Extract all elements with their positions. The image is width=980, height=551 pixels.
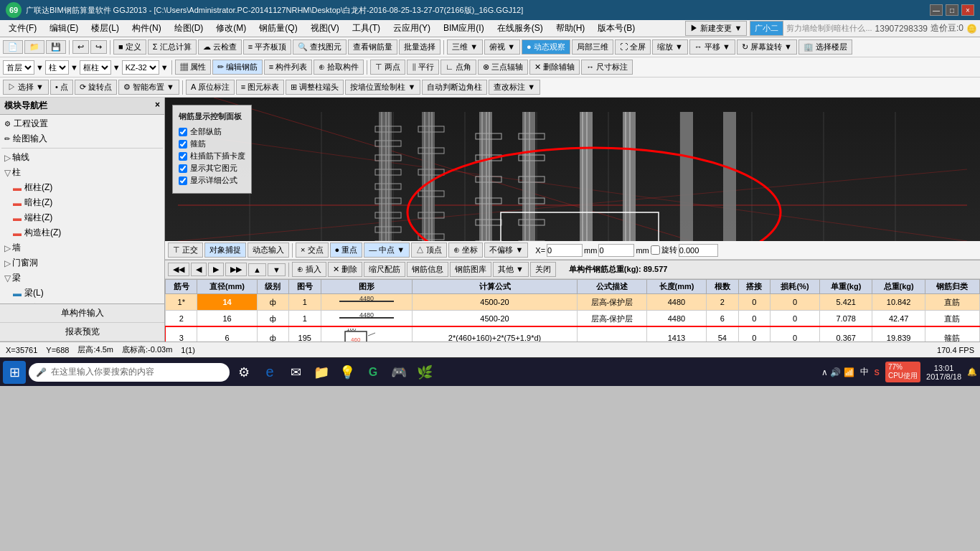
- new-change-button[interactable]: ▶ 新建变更 ▼: [685, 21, 747, 36]
- element-list-btn[interactable]: ≡ 构件列表: [264, 60, 312, 75]
- table-row[interactable]: 2 16 ф 1 4480 4500-20 层高-保护层 4480 6 0 0 …: [166, 311, 980, 327]
- sidebar-item-kz[interactable]: ▬ 框柱(Z): [1, 180, 163, 195]
- point-place-btn[interactable]: • 点: [50, 80, 73, 95]
- menu-version[interactable]: 版本号(B): [592, 21, 641, 36]
- edit-rebar-btn[interactable]: ✏ 编辑钢筋: [212, 60, 263, 75]
- midpoint-btn[interactable]: — 中点 ▼: [364, 242, 410, 258]
- table-row[interactable]: 1* 14 ф 1 4480 4500-20 层高-保护层 4480 2 0 0…: [166, 294, 980, 311]
- taskbar-icon-apps[interactable]: 💡: [336, 361, 359, 384]
- sum-btn[interactable]: Σ 汇总计算: [148, 39, 197, 55]
- element-type-select[interactable]: 柱: [45, 60, 69, 75]
- rebar-lib-btn[interactable]: 钢筋图库: [450, 262, 491, 277]
- snap-btn[interactable]: 对象捕捉: [204, 242, 246, 258]
- cp-item-stirrup[interactable]: 箍筋: [179, 138, 245, 149]
- taskbar-icon-settings[interactable]: ⚙: [232, 361, 255, 384]
- delete-btn[interactable]: ✕ 删除: [328, 262, 362, 277]
- cb-detail[interactable]: [179, 176, 187, 185]
- menu-modify[interactable]: 修改(M): [210, 21, 252, 36]
- parallel-btn[interactable]: ∥ 平行: [407, 60, 439, 75]
- element-table-btn[interactable]: ≡ 图元标表: [236, 80, 284, 95]
- batch-btn[interactable]: 批量选择: [399, 39, 440, 55]
- other-btn[interactable]: 其他 ▼: [493, 262, 529, 277]
- undo-btn[interactable]: ↩: [72, 40, 89, 54]
- cross-btn[interactable]: × 交点: [296, 242, 328, 258]
- vertex-btn[interactable]: △ 顶点: [411, 242, 447, 258]
- element-id-select[interactable]: KZ-32: [122, 60, 159, 75]
- start-button[interactable]: ⊞: [3, 361, 26, 384]
- top-btn[interactable]: 俯视 ▼: [484, 39, 520, 55]
- view-rebar-btn[interactable]: 查看钢筋量: [348, 39, 397, 55]
- new-btn[interactable]: 📄: [3, 40, 23, 54]
- menu-help[interactable]: 帮助(H): [550, 21, 591, 36]
- taskbar-icon-g[interactable]: G: [362, 361, 385, 384]
- menu-view[interactable]: 视图(V): [305, 21, 345, 36]
- floor-select[interactable]: 首层: [3, 60, 34, 75]
- nav-first-btn[interactable]: ◀◀: [168, 263, 189, 276]
- minimize-button[interactable]: —: [930, 4, 943, 16]
- menu-file[interactable]: 文件(F): [3, 21, 42, 36]
- rotate-input[interactable]: [679, 244, 718, 257]
- taskbar-icon-explorer[interactable]: 📁: [310, 361, 333, 384]
- cb-insert[interactable]: [179, 152, 187, 161]
- insert-btn[interactable]: ⊕ 插入: [292, 262, 326, 277]
- menu-online[interactable]: 在线服务(S): [491, 21, 549, 36]
- partial3d-btn[interactable]: 局部三维: [572, 39, 613, 55]
- window-controls[interactable]: — □ ×: [930, 4, 974, 16]
- sidebar-item-draw-input[interactable]: ✏ 绘图输入: [1, 131, 163, 146]
- menu-element[interactable]: 构件(N): [126, 21, 167, 36]
- rotate-place-btn[interactable]: ⟳ 旋转点: [75, 80, 117, 95]
- menu-cloud[interactable]: 云应用(Y): [387, 21, 436, 36]
- save-btn[interactable]: 💾: [46, 40, 66, 54]
- nav-prev-btn[interactable]: ◀: [191, 263, 207, 276]
- x-input[interactable]: [547, 244, 583, 257]
- ortho-btn[interactable]: ⊤ 正交: [168, 242, 203, 258]
- sidebar-item-l[interactable]: ▬ 梁(L): [1, 286, 163, 301]
- sidebar-close[interactable]: ×: [155, 100, 160, 112]
- nooffset-btn[interactable]: 不偏移 ▼: [484, 242, 528, 258]
- sidebar-item-axis[interactable]: ▷ 轴线: [1, 150, 163, 165]
- zoom-btn[interactable]: 缩放 ▼: [652, 39, 688, 55]
- sidebar-item-dz[interactable]: ▬ 端柱(Z): [1, 210, 163, 225]
- smart-place-btn[interactable]: ⚙ 智能布置 ▼: [118, 80, 179, 95]
- y-input[interactable]: [598, 244, 634, 257]
- sidebar-item-wall[interactable]: ▷ 墙: [1, 240, 163, 255]
- 3d-btn[interactable]: 三维 ▼: [447, 39, 483, 55]
- three-point-btn[interactable]: ⊗ 三点辐轴: [478, 60, 528, 75]
- menu-bim[interactable]: BIM应用(I): [438, 21, 490, 36]
- find-btn[interactable]: 🔍 查找图元: [293, 39, 347, 55]
- logo-button[interactable]: 广小二: [750, 21, 783, 36]
- menu-floor[interactable]: 楼层(L): [85, 21, 125, 36]
- menu-draw[interactable]: 绘图(D): [169, 21, 209, 36]
- open-btn[interactable]: 📁: [24, 40, 44, 54]
- sidebar-item-beam[interactable]: ▽ 梁: [1, 270, 163, 286]
- auto-corner-btn[interactable]: 自动判断边角柱: [422, 80, 487, 95]
- cb-all-rebar[interactable]: [179, 128, 187, 136]
- cp-item-all[interactable]: 全部纵筋: [179, 126, 245, 137]
- taskbar-icon-ie[interactable]: e: [258, 361, 281, 384]
- taskbar-notification[interactable]: 🔔: [967, 367, 977, 377]
- taskbar-icon-game[interactable]: 🎮: [387, 361, 410, 384]
- taskbar-search[interactable]: 🎤 在这里输入你要搜索的内容: [29, 363, 230, 382]
- select-btn[interactable]: ▷ 选择 ▼: [3, 80, 49, 95]
- pan-btn[interactable]: ↔ 平移 ▼: [689, 39, 735, 55]
- floor-select-btn[interactable]: 🏢 选择楼层: [798, 39, 852, 55]
- taskbar-icon-mail[interactable]: ✉: [284, 361, 307, 384]
- property-btn[interactable]: ▦ 属性: [175, 60, 211, 75]
- nav-down-btn[interactable]: ▼: [268, 263, 286, 276]
- menu-tools[interactable]: 工具(T): [347, 21, 386, 36]
- define-btn[interactable]: ■ 定义: [113, 39, 146, 55]
- nav-next-btn[interactable]: ▶: [208, 263, 224, 276]
- inplace-label-btn[interactable]: A 原位标注: [186, 80, 235, 95]
- nav-up-btn[interactable]: ▲: [248, 263, 266, 276]
- nav-last-btn[interactable]: ▶▶: [225, 263, 247, 276]
- check-label-btn[interactable]: 查改标注 ▼: [489, 80, 540, 95]
- redo-btn[interactable]: ↪: [90, 40, 107, 54]
- table-row[interactable]: 3 6 ф 195 160 460: [166, 327, 980, 342]
- cb-stirrup[interactable]: [179, 140, 187, 149]
- dimension-btn[interactable]: ↔ 尺寸标注: [581, 60, 633, 75]
- adjust-col-btn[interactable]: ⊞ 调整柱端头: [286, 80, 344, 95]
- single-element-btn[interactable]: 单构件输入: [0, 304, 164, 323]
- maximize-button[interactable]: □: [946, 4, 958, 16]
- fullscreen-btn[interactable]: ⛶ 全屏: [615, 39, 651, 55]
- cp-item-insert[interactable]: 柱插筋下插卡度: [179, 151, 245, 161]
